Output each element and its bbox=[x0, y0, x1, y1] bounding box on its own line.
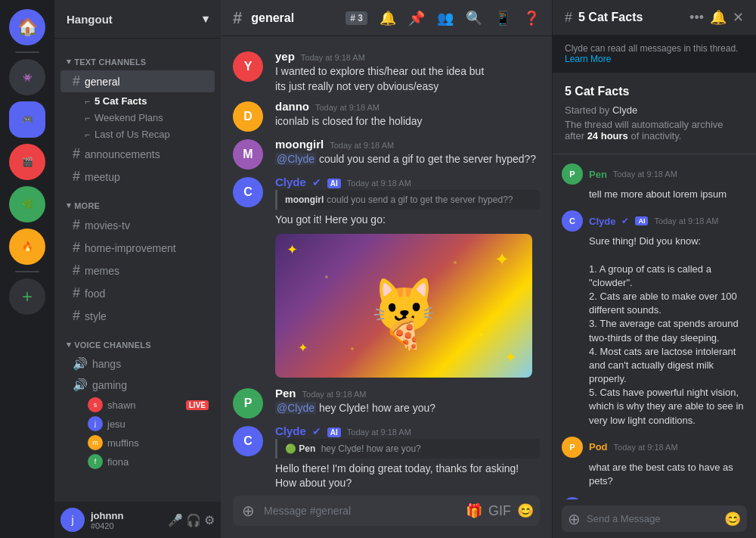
channel-sidebar: Hangout ▾ ▾ TEXT CHANNELS # general ⌐ 5 … bbox=[54, 0, 221, 538]
channel-hash-display: # bbox=[233, 8, 242, 28]
thread-item-weekend-plans[interactable]: ⌐ Weekend Plans bbox=[60, 110, 215, 126]
deafen-button[interactable]: 🎧 bbox=[186, 513, 201, 527]
channel-name-display: general bbox=[251, 11, 294, 25]
server-icon-5[interactable]: 🔥 bbox=[9, 229, 45, 265]
voice-user-muffins[interactable]: m muffins bbox=[60, 434, 215, 452]
gift-icon[interactable]: 🎁 bbox=[466, 502, 482, 519]
user-tag: #0420 bbox=[91, 521, 162, 530]
user-panel: j johnnn #0420 🎤 🎧 ⚙ bbox=[54, 502, 221, 538]
avatar: Y bbox=[233, 51, 263, 82]
channel-item-movies-tv[interactable]: # movies-tv bbox=[60, 214, 215, 236]
channel-hash-icon-3: # bbox=[73, 169, 80, 185]
voice-avatar-muffins: m bbox=[88, 435, 103, 450]
table-row: M moongirl Today at 9:18 AM @Clyde could… bbox=[221, 136, 552, 171]
gif-icon[interactable]: GIF bbox=[488, 503, 511, 519]
text-channels-section[interactable]: ▾ TEXT CHANNELS bbox=[54, 45, 221, 70]
channel-item-meetup[interactable]: # meetup bbox=[60, 166, 215, 188]
thread-info-title: 5 Cat Facts bbox=[565, 85, 744, 98]
channel-item-memes[interactable]: # memes bbox=[60, 260, 215, 281]
ai-badge: AI bbox=[327, 179, 341, 188]
input-actions: 🎁 GIF 😊 bbox=[466, 502, 534, 519]
discord-home-button[interactable]: 🏠 bbox=[9, 9, 45, 45]
add-attachment-button[interactable]: ⊕ bbox=[239, 496, 258, 526]
server-icon-3[interactable]: 🎬 bbox=[9, 144, 45, 180]
channel-item-announcements[interactable]: # announcements bbox=[60, 143, 215, 165]
thread-avatar: P bbox=[562, 163, 583, 185]
message-author: yep bbox=[275, 50, 295, 63]
thread-avatar: P bbox=[562, 437, 583, 458]
pin-icon[interactable]: 📌 bbox=[408, 10, 425, 26]
voice-user-jesu[interactable]: j jesu bbox=[60, 415, 215, 433]
more-collapse-icon: ▾ bbox=[67, 201, 71, 210]
voice-avatar-jesu: j bbox=[88, 416, 103, 431]
thread-item-last-of-us[interactable]: ⌐ Last of Us Recap bbox=[60, 126, 215, 142]
message-time: Today at 9:18 AM bbox=[302, 390, 367, 399]
voice-avatar-fiona: f bbox=[88, 454, 103, 469]
server-icon-1[interactable]: 👾 bbox=[9, 59, 45, 95]
thread-bell-icon[interactable]: 🔔 bbox=[710, 9, 727, 26]
voice-user-fiona[interactable]: f fiona bbox=[60, 452, 215, 471]
server-icon-4[interactable]: 🌿 bbox=[9, 186, 45, 222]
more-section[interactable]: ▾ MORE bbox=[54, 188, 221, 213]
list-item: C Clyde ✔ AI Today at 9:18 AM Sure thing… bbox=[562, 210, 747, 428]
clyde-read-notice: Clyde can read all messages in this thre… bbox=[553, 36, 756, 73]
message-header: danno Today at 9:18 AM bbox=[275, 100, 540, 113]
message-content: moongirl Today at 9:18 AM @Clyde could y… bbox=[275, 138, 540, 169]
voice-icon-2: 🔊 bbox=[73, 378, 88, 392]
thread-msg-header: P Pod Today at 9:18 AM bbox=[562, 437, 747, 458]
server-name: Hangout bbox=[67, 13, 113, 26]
message-time: Today at 9:18 AM bbox=[315, 103, 380, 112]
voice-avatar-shawn: s bbox=[88, 397, 103, 412]
members-icon[interactable]: 👥 bbox=[437, 10, 454, 26]
server-header[interactable]: Hangout ▾ bbox=[54, 0, 221, 39]
thread-msg-header: P Pen Today at 9:18 AM bbox=[562, 163, 747, 185]
channel-hash-icon-5: # bbox=[73, 240, 80, 256]
table-row: P Pen Today at 9:18 AM @Clyde hey Clyde!… bbox=[221, 385, 552, 420]
thread-msg-text: Sure thing! Did you know: 1. A group of … bbox=[562, 235, 747, 428]
emoji-icon[interactable]: 😊 bbox=[517, 502, 534, 519]
server-icon-2[interactable]: 🎮 bbox=[9, 101, 45, 138]
channel-item-general[interactable]: # general bbox=[60, 70, 215, 92]
voice-user-shawn[interactable]: s shawn LIVE bbox=[60, 396, 215, 414]
table-row: D danno Today at 9:18 AM iconlab is clos… bbox=[221, 98, 552, 133]
channel-item-food[interactable]: # food bbox=[60, 282, 215, 304]
thread-more-button[interactable]: ••• bbox=[689, 10, 704, 26]
message-author: moongirl bbox=[275, 138, 324, 151]
message-text: I wanted to explore this/hear out the id… bbox=[275, 64, 540, 94]
server-dropdown-icon: ▾ bbox=[203, 12, 209, 26]
chat-messages: Y yep Today at 9:18 AM I wanted to explo… bbox=[221, 36, 552, 496]
message-text: iconlab is closed for the holiday bbox=[275, 114, 540, 129]
settings-button[interactable]: ⚙ bbox=[204, 513, 215, 527]
voice-channels-section[interactable]: ▾ VOICE CHANNELS bbox=[54, 328, 221, 353]
message-content: yep Today at 9:18 AM I wanted to explore… bbox=[275, 50, 540, 94]
voice-channel-gaming[interactable]: 🔊 gaming bbox=[60, 375, 215, 395]
thread-msg-time: Today at 9:18 AM bbox=[613, 169, 677, 179]
thread-item-cat-facts[interactable]: ⌐ 5 Cat Facts bbox=[60, 93, 215, 109]
avatar: D bbox=[233, 101, 263, 132]
thread-emoji-button[interactable]: 😊 bbox=[724, 511, 741, 527]
inbox-icon[interactable]: 📱 bbox=[494, 10, 511, 26]
help-icon[interactable]: ❓ bbox=[523, 10, 540, 26]
thread-add-button[interactable]: ⊕ bbox=[568, 510, 581, 528]
bell-icon[interactable]: 🔔 bbox=[380, 10, 396, 26]
search-icon[interactable]: 🔍 bbox=[466, 10, 482, 26]
channel-item-home-improvement[interactable]: # home-improvement bbox=[60, 237, 215, 259]
message-header: moongirl Today at 9:18 AM bbox=[275, 138, 540, 151]
message-header: Clyde ✔ AI Today at 9:18 AM bbox=[275, 424, 540, 437]
message-content: Clyde ✔ AI Today at 9:18 AM 🟢 Pen hey Cl… bbox=[275, 424, 540, 491]
voice-channel-hangs[interactable]: 🔊 hangs bbox=[60, 353, 215, 374]
channel-item-style[interactable]: # style bbox=[60, 305, 215, 327]
thread-verify-icon: ✔ bbox=[621, 216, 629, 226]
thread-message-input[interactable] bbox=[584, 508, 721, 529]
thread-close-button[interactable]: ✕ bbox=[733, 9, 744, 26]
message-time: Today at 9:18 AM bbox=[330, 141, 394, 150]
thread-archive-info: The thread will automatically archive af… bbox=[565, 119, 744, 141]
add-server-button[interactable]: + bbox=[9, 278, 45, 315]
learn-more-link[interactable]: Learn More bbox=[565, 54, 611, 64]
message-input[interactable] bbox=[264, 496, 460, 526]
username: johnnn bbox=[91, 510, 162, 521]
thread-msg-time: Today at 9:18 AM bbox=[614, 443, 678, 452]
mute-button[interactable]: 🎤 bbox=[168, 513, 183, 527]
thread-input-area: ⊕ 😊 bbox=[553, 499, 756, 538]
server-divider-2 bbox=[15, 271, 39, 272]
